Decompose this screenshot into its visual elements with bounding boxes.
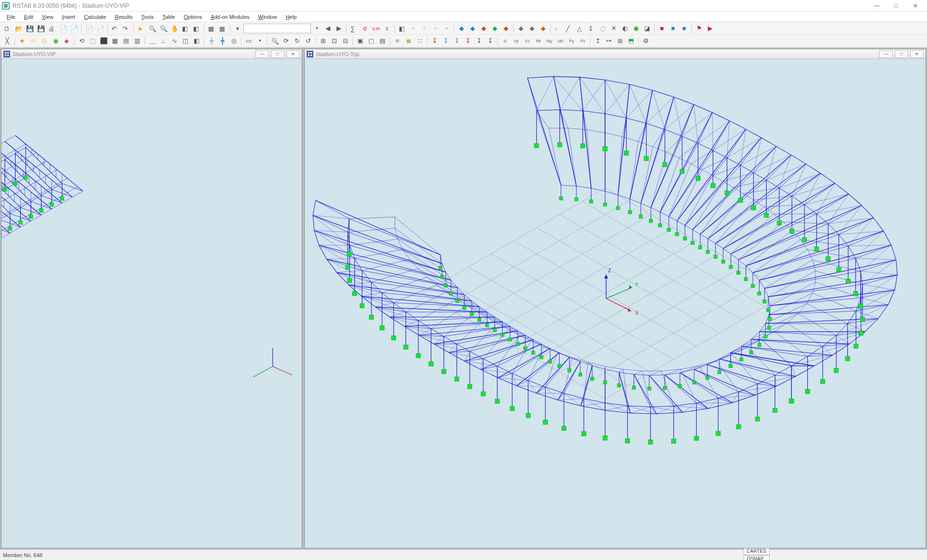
redo-button[interactable]: [121, 23, 131, 34]
results-button[interactable]: σ: [360, 23, 370, 34]
shape3-button[interactable]: ▫: [430, 23, 441, 34]
disp3-button[interactable]: ∷: [414, 36, 425, 46]
menu-Add-on Modules[interactable]: Add-on Modules: [207, 13, 253, 21]
table-button[interactable]: [206, 23, 217, 34]
shape2-button[interactable]: ▫: [419, 23, 430, 34]
menu-Results[interactable]: Results: [111, 13, 137, 21]
mdi-titlebar-vip[interactable]: Stadium-UYO-VIP — □ ✕: [1, 49, 302, 59]
mdi-close-button[interactable]: ✕: [910, 50, 924, 58]
layer3-button[interactable]: ▤: [377, 36, 388, 46]
support-insert-button[interactable]: [575, 23, 586, 34]
undo-button[interactable]: [110, 23, 120, 34]
edit2-button[interactable]: ⬚: [87, 36, 98, 46]
searchview-button[interactable]: [269, 36, 280, 46]
ld3-button[interactable]: ↧: [451, 36, 462, 46]
render-wire-button[interactable]: ╳: [2, 36, 13, 46]
line-insert-button[interactable]: [564, 23, 575, 34]
snap2-button[interactable]: ⟂: [158, 36, 169, 46]
layer1-button[interactable]: ▣: [355, 36, 365, 46]
minimize-button[interactable]: —: [867, 0, 886, 11]
menu-Edit[interactable]: Edit: [20, 13, 37, 21]
res-u-button[interactable]: u: [500, 36, 510, 46]
viewport-trip[interactable]: X Y Z: [305, 59, 926, 548]
results-ss-button[interactable]: s,ss: [371, 23, 381, 34]
dim1-button[interactable]: ⊞: [318, 36, 328, 46]
print-button[interactable]: [46, 23, 57, 34]
mdi-close-button[interactable]: ✕: [286, 50, 300, 58]
extra3-button[interactable]: ◐: [619, 23, 630, 34]
lc-dropdown-button[interactable]: ▼: [311, 23, 322, 34]
addon3-button[interactable]: ■: [679, 23, 689, 34]
snap4-button[interactable]: ◫: [180, 36, 191, 46]
new-button[interactable]: [2, 23, 13, 34]
load-insert-button[interactable]: [586, 23, 597, 34]
navigator-button[interactable]: [217, 23, 228, 34]
module4-button[interactable]: ◆: [490, 23, 500, 34]
module7-button[interactable]: ◆: [527, 23, 537, 34]
shape4-button[interactable]: ▫: [441, 23, 452, 34]
align4-button[interactable]: ⬒: [626, 36, 636, 46]
mdi-minimize-button[interactable]: —: [255, 50, 269, 58]
extra4-button[interactable]: ◉: [631, 23, 641, 34]
snap3-button[interactable]: ∿: [169, 36, 180, 46]
save-all-button[interactable]: [35, 23, 46, 34]
cs2-button[interactable]: ╋: [217, 36, 228, 46]
edit6-button[interactable]: ▥: [132, 36, 142, 46]
module6-button[interactable]: ◆: [516, 23, 526, 34]
res-py-button[interactable]: Py: [566, 36, 577, 46]
snap1-button[interactable]: ⸏: [147, 36, 157, 46]
select4-button[interactable]: ◉: [50, 36, 61, 46]
select3-button[interactable]: ◇: [39, 36, 50, 46]
prev-button[interactable]: ◀: [323, 23, 333, 34]
play-button[interactable]: ▶: [705, 23, 716, 34]
res-pz-button[interactable]: Pz: [577, 36, 588, 46]
res-mt-button[interactable]: Mt: [533, 36, 544, 46]
menu-Insert[interactable]: Insert: [58, 13, 79, 21]
loadcase-combo[interactable]: [243, 24, 311, 33]
mdi-maximize-button[interactable]: □: [895, 50, 908, 58]
select-button[interactable]: [180, 23, 191, 34]
menu-Options[interactable]: Options: [180, 13, 206, 21]
view1-button[interactable]: ▭: [243, 36, 254, 46]
opt1-button[interactable]: ⚙: [641, 36, 651, 46]
ld4-button[interactable]: ↧: [463, 36, 473, 46]
menu-Help[interactable]: Help: [282, 13, 301, 21]
extra2-button[interactable]: ✕: [608, 23, 619, 34]
pointer-button[interactable]: [136, 23, 146, 34]
zoom-window-button[interactable]: [158, 23, 169, 34]
edit1-button[interactable]: ⟲: [76, 36, 87, 46]
extra1-button[interactable]: ◌: [597, 23, 608, 34]
page-button[interactable]: [69, 23, 79, 34]
menu-File[interactable]: File: [3, 13, 19, 21]
refresh-button[interactable]: ⟳: [281, 36, 291, 46]
shape1-button[interactable]: ▫: [408, 23, 419, 34]
open-button[interactable]: [13, 23, 24, 34]
edit4-button[interactable]: ▦: [110, 36, 120, 46]
layer2-button[interactable]: ▢: [366, 36, 377, 46]
menu-Calculate[interactable]: Calculate: [80, 13, 110, 21]
status-cell-osnap[interactable]: OSNAP: [744, 555, 770, 560]
menu-Table[interactable]: Table: [158, 13, 179, 21]
res-vy-button[interactable]: Vy: [511, 36, 521, 46]
disp2-button[interactable]: ≣: [403, 36, 414, 46]
align3-button[interactable]: ⊞: [615, 36, 625, 46]
module5-button[interactable]: ◆: [501, 23, 511, 34]
cs1-button[interactable]: ┼: [206, 36, 217, 46]
snap5-button[interactable]: ◧: [191, 36, 202, 46]
calc-button[interactable]: [349, 23, 359, 34]
selection-button[interactable]: [191, 23, 202, 34]
cs3-button[interactable]: ◎: [228, 36, 239, 46]
module3-button[interactable]: ◆: [478, 23, 489, 34]
next-button[interactable]: ▶: [334, 23, 344, 34]
zoom-button[interactable]: [147, 23, 157, 34]
copy-button[interactable]: [84, 23, 94, 34]
maximize-button[interactable]: □: [886, 0, 906, 11]
align2-button[interactable]: ↦: [604, 36, 614, 46]
ld1-button[interactable]: ↧: [429, 36, 440, 46]
mdi-minimize-button[interactable]: —: [879, 50, 893, 58]
addon1-button[interactable]: ■: [657, 23, 667, 34]
results-alt-button[interactable]: ε: [382, 23, 393, 34]
prev-lc-button[interactable]: ▾: [232, 23, 243, 34]
model-gen-button[interactable]: [397, 23, 407, 34]
menu-View[interactable]: View: [38, 13, 57, 21]
